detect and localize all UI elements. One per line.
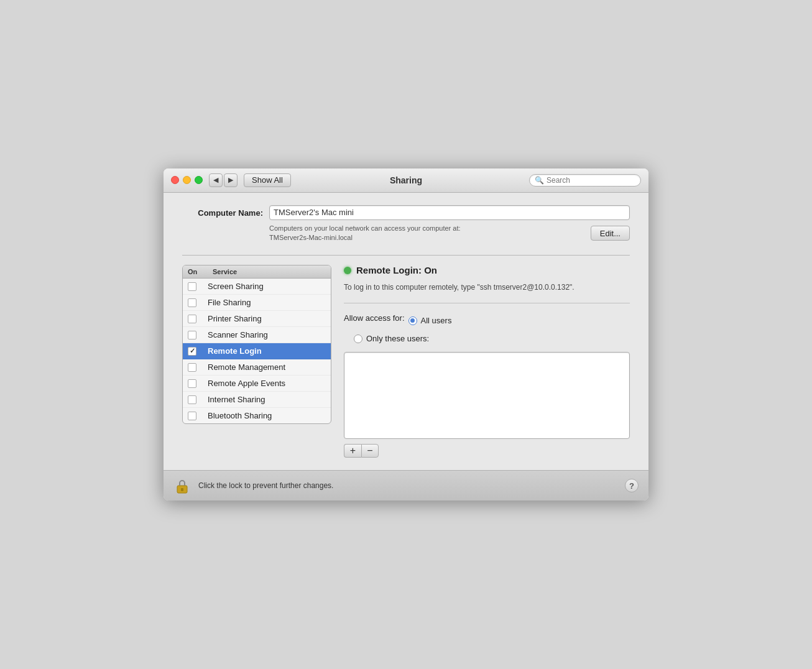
header-on: On [188,268,213,275]
network-info-row: Computers on your local network can acce… [269,224,630,243]
search-icon: 🔍 [535,176,544,185]
svg-rect-1 [181,488,183,491]
checkbox-cell [188,315,208,323]
status-title: Remote Login: On [356,265,437,275]
checkbox-cell [188,347,208,356]
show-all-button[interactable]: Show All [244,173,291,187]
remote-login-checkbox[interactable] [188,347,196,356]
checkbox-cell [188,298,208,307]
screen-sharing-checkbox[interactable] [188,282,196,291]
services-list: On Service Screen Sharing File Sharing [182,265,331,424]
checkbox-cell [188,412,208,420]
list-item[interactable]: Internet Sharing [183,392,331,408]
list-item[interactable]: Remote Apple Events [183,376,331,392]
computer-name-input[interactable] [269,205,630,220]
users-list-box [344,352,630,439]
minimize-button[interactable] [183,176,191,184]
titlebar: ◀ ▶ Show All Sharing 🔍 [164,168,648,193]
add-user-button[interactable]: + [344,444,361,458]
bluetooth-sharing-checkbox[interactable] [188,412,196,420]
window-title: Sharing [390,175,422,185]
main-panel: On Service Screen Sharing File Sharing [182,265,630,458]
edit-button[interactable]: Edit... [591,226,630,241]
radio-all-users[interactable] [408,316,417,325]
status-row: Remote Login: On [344,265,630,275]
computer-name-right: Computers on your local network can acce… [269,205,630,243]
detail-panel: Remote Login: On To log in to this compu… [344,265,630,458]
network-info-line2: TMServer2s-Mac-mini.local [269,234,353,241]
remote-apple-events-checkbox[interactable] [188,379,196,388]
service-name-remote-apple-events: Remote Apple Events [208,379,326,388]
service-name-screen-sharing: Screen Sharing [208,282,326,291]
radio-only-these-row[interactable]: Only these users: [344,334,630,343]
section-divider [182,255,630,256]
back-button[interactable]: ◀ [209,173,223,187]
access-options: Only these users: [344,334,630,343]
sharing-window: ◀ ▶ Show All Sharing 🔍 Computer Name: Co… [164,168,648,501]
lock-text: Click the lock to prevent further change… [198,481,617,490]
remove-user-button[interactable]: − [361,444,379,458]
header-service: Service [213,268,326,275]
radio-all-users-row[interactable]: All users [408,316,452,325]
list-item[interactable]: Remote Login [183,343,331,359]
checkbox-cell [188,379,208,388]
list-item[interactable]: Bluetooth Sharing [183,408,331,423]
service-name-printer-sharing: Printer Sharing [208,314,326,323]
computer-name-section: Computer Name: Computers on your local n… [182,205,630,243]
users-box-buttons: + − [344,444,630,458]
search-input[interactable] [547,176,635,185]
internet-sharing-checkbox[interactable] [188,395,196,404]
maximize-button[interactable] [195,176,203,184]
printer-sharing-checkbox[interactable] [188,315,196,323]
list-item[interactable]: Screen Sharing [183,279,331,295]
lock-icon[interactable] [173,477,191,494]
service-name-remote-login: Remote Login [208,346,326,356]
main-content: Computer Name: Computers on your local n… [164,193,648,471]
radio-all-users-label: All users [421,316,452,325]
computer-name-label: Computer Name: [182,205,263,218]
access-for-row: Allow access for: All users [344,313,630,328]
bottom-bar: Click the lock to prevent further change… [164,470,648,501]
service-name-scanner-sharing: Scanner Sharing [208,330,326,339]
checkbox-cell [188,282,208,291]
services-header: On Service [183,265,331,279]
access-label: Allow access for: [344,313,405,323]
network-info-line1: Computers on your local network can acce… [269,224,461,232]
panel-divider [344,303,630,303]
list-item[interactable]: Printer Sharing [183,311,331,327]
traffic-lights [171,176,203,184]
service-name-internet-sharing: Internet Sharing [208,395,326,404]
help-button[interactable]: ? [625,479,639,492]
close-button[interactable] [171,176,179,184]
service-name-bluetooth-sharing: Bluetooth Sharing [208,411,326,420]
list-item[interactable]: Remote Management [183,359,331,376]
checkbox-cell [188,363,208,372]
service-name-file-sharing: File Sharing [208,298,326,307]
scanner-sharing-checkbox[interactable] [188,331,196,339]
radio-only-these-label: Only these users: [366,334,429,343]
service-name-remote-management: Remote Management [208,362,326,372]
network-info-text: Computers on your local network can acce… [269,224,461,243]
status-dot [344,267,351,274]
radio-only-these[interactable] [354,334,362,343]
file-sharing-checkbox[interactable] [188,298,196,307]
nav-buttons: ◀ ▶ [209,173,238,187]
checkbox-cell [188,395,208,404]
search-bar[interactable]: 🔍 [529,174,641,187]
list-item[interactable]: Scanner Sharing [183,327,331,343]
checkbox-cell [188,331,208,339]
list-item[interactable]: File Sharing [183,295,331,311]
forward-button[interactable]: ▶ [224,173,238,187]
remote-management-checkbox[interactable] [188,363,196,372]
status-description: To log in to this computer remotely, typ… [344,282,630,293]
